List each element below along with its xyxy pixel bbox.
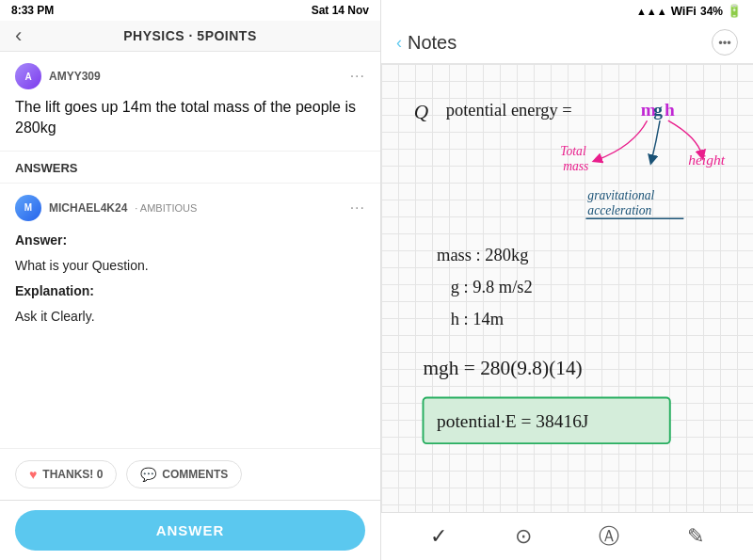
comments-label: COMMENTS: [162, 468, 228, 481]
explanation-body: Ask it Clearly.: [15, 307, 365, 327]
answer-user-row: M MICHAEL4K24 · AMBITIOUS ···: [15, 195, 365, 221]
svg-text:potential·E = 38416J: potential·E = 38416J: [437, 411, 589, 431]
action-row: ♥ THANKS! 0 💬 COMMENTS: [0, 448, 380, 500]
battery-icon: 🔋: [727, 4, 742, 18]
date-label: Sat 14 Nov: [312, 4, 369, 17]
notes-header: ‹ Notes •••: [381, 22, 753, 64]
notes-more-button[interactable]: •••: [712, 29, 738, 56]
answer-badge: · AMBITIOUS: [135, 202, 197, 214]
svg-text:g: g: [653, 100, 663, 120]
answer-body: What is your Question.: [15, 256, 365, 276]
question-section: A AMYY309 ··· The lift goes up 14m the t…: [0, 52, 380, 152]
thanks-button[interactable]: ♥ THANKS! 0: [15, 460, 117, 488]
wifi-icon: WiFi: [671, 4, 697, 18]
answers-label: ANSWERS: [0, 152, 380, 184]
heart-icon: ♥: [29, 467, 37, 482]
svg-text:mass : 280kg: mass : 280kg: [437, 246, 528, 264]
svg-text:Q: Q: [414, 101, 429, 123]
notes-title: Notes: [408, 32, 712, 54]
svg-text:mgh = 280(9.8)(14): mgh = 280(9.8)(14): [424, 357, 583, 379]
answer-user-avatar: M: [15, 195, 41, 221]
edit-icon[interactable]: ✎: [687, 524, 704, 549]
explanation-label: Explanation:: [15, 283, 94, 298]
signal-icon: ▲▲▲: [636, 6, 667, 17]
comments-button[interactable]: 💬 COMMENTS: [126, 460, 242, 488]
svg-text:g : 9.8 m/s2: g : 9.8 m/s2: [451, 278, 533, 296]
question-text: The lift goes up 14m the total mass of t…: [15, 97, 365, 139]
answer-section: M MICHAEL4K24 · AMBITIOUS ··· Answer: Wh…: [0, 184, 380, 448]
notes-footer: ✓ ⊙ Ⓐ ✎: [381, 512, 753, 560]
back-button[interactable]: ‹: [15, 24, 22, 48]
answer-username: MICHAEL4K24: [49, 201, 127, 215]
notes-canvas[interactable]: Q potential energy = m g h Total mass he…: [381, 64, 753, 512]
notes-drawing: Q potential energy = m g h Total mass he…: [381, 64, 753, 512]
right-status-bar: ▲▲▲ WiFi 34% 🔋: [381, 0, 753, 22]
svg-text:mass: mass: [563, 159, 588, 173]
header-title: PHYSICS · 5POINTS: [123, 28, 257, 43]
left-header: ‹ PHYSICS · 5POINTS: [0, 21, 380, 52]
comment-icon: 💬: [140, 467, 156, 482]
answer-more-button[interactable]: ···: [350, 200, 365, 216]
checkmark-icon[interactable]: ✓: [430, 524, 447, 549]
svg-text:h : 14m: h : 14m: [451, 310, 505, 328]
left-panel: 8:33 PM Sat 14 Nov ‹ PHYSICS · 5POINTS A…: [0, 0, 381, 560]
svg-text:h: h: [665, 100, 675, 120]
answer-label: Answer:: [15, 232, 67, 248]
notes-back-button[interactable]: ‹: [396, 33, 402, 53]
answer-content: Answer: What is your Question. Explanati…: [15, 231, 365, 327]
text-format-icon[interactable]: Ⓐ: [599, 522, 619, 551]
question-username: AMYY309: [49, 70, 101, 83]
question-more-button[interactable]: ···: [350, 68, 365, 85]
bottom-bar: ANSWER: [0, 500, 380, 560]
svg-text:potential energy =: potential energy =: [446, 101, 572, 120]
svg-text:acceleration: acceleration: [587, 203, 651, 217]
thanks-label: THANKS! 0: [42, 468, 103, 481]
question-user-row: A AMYY309 ···: [15, 63, 365, 89]
time-label: 8:33 PM: [11, 4, 54, 17]
svg-text:Total: Total: [560, 144, 586, 158]
answer-button[interactable]: ANSWER: [15, 510, 365, 551]
camera-icon[interactable]: ⊙: [515, 524, 532, 549]
ellipsis-icon: •••: [718, 36, 731, 50]
battery-label: 34%: [700, 5, 723, 18]
left-status-bar: 8:33 PM Sat 14 Nov: [0, 0, 380, 21]
svg-text:height: height: [688, 152, 726, 168]
question-user-avatar: A: [15, 63, 41, 89]
right-panel: ▲▲▲ WiFi 34% 🔋 ‹ Notes ••• Q potential e…: [381, 0, 753, 560]
svg-text:gravitational: gravitational: [587, 188, 654, 202]
